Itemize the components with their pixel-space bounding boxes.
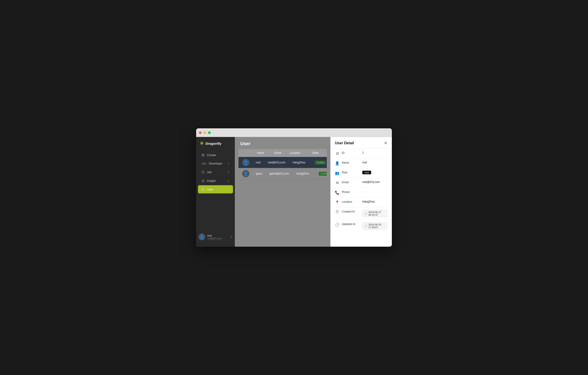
id-label: ID [342,151,360,155]
close-button[interactable]: ✕ [384,141,387,145]
id-value: 1 [362,151,387,154]
created-at-clock-icon: ⏱ [335,210,339,214]
sidebar-user-section: 👤 root root@d7y.com ⇅ [196,231,235,243]
name-label: Name [342,161,360,164]
chevron-down-icon: ∨ [228,171,229,174]
detail-body: ⊟ ID 1 👤 Name root 👥 Role root [330,149,392,232]
chevron-down-icon: ∨ [228,162,229,165]
chevron-down-icon: ∨ [228,179,229,182]
col-avatar [239,151,252,155]
main-header: User [235,137,330,149]
app-name: Dragonfly [205,142,221,146]
row-name: root [252,161,264,164]
detail-row-created-at: ⏱ Created At 🕐 2024-06-17 06:25:37 [330,207,392,220]
sidebar-item-user-label: User [207,188,213,191]
person-icon: 👤 [335,161,339,166]
sidebar-avatar: 👤 [199,233,205,240]
sidebar: ✳ Dragonfly ⊞ Cluster </> Developer ∨ ☑ … [196,137,235,247]
detail-row-phone: 📞 Phone - [330,188,392,198]
phone-label: Phone [342,190,360,194]
table-row[interactable]: 👤 gaius gaius@d7y.com HangZhou Enable [239,168,327,179]
avatar: 👤 [242,159,249,166]
detail-title: User Detail [335,141,354,145]
updated-at-clock-icon: 🕐 [335,223,339,227]
window-body: ✳ Dragonfly ⊞ Cluster </> Developer ∨ ☑ … [196,137,392,247]
row-location: HangZhou [293,172,313,175]
insight-icon: ◎ [202,179,205,183]
person-icon: 👤 [243,160,248,165]
row-avatar-cell: 👤 [239,170,252,177]
name-value: root [362,161,387,164]
row-state: Enable [309,161,327,165]
table-row[interactable]: 👤 root root@d7y.com HangZhou Enable [239,157,327,168]
email-label: Email [342,180,360,184]
detail-row-name: 👤 Name root [330,158,392,168]
expand-arrows-icon[interactable]: ⇅ [230,235,232,239]
col-name: Name [252,151,269,155]
detail-panel: User Detail ✕ ⊟ ID 1 👤 Name root [330,137,392,247]
role-label: Role [342,171,360,174]
location-label: Location [342,200,360,203]
row-state: Enable [313,172,327,176]
sidebar-item-job-label: Job [207,170,212,174]
detail-row-updated-at: 🕐 Updated At 🕐 2024-06-20 17:48:07 [330,220,392,232]
sidebar-email: root@d7y.com [207,237,222,240]
col-state: State [304,151,327,155]
created-at-text: 2024-06-17 06:25:37 [368,211,385,216]
close-button[interactable] [199,131,202,134]
developer-icon: </> [202,162,207,166]
sidebar-item-user[interactable]: ⊙ User [198,185,233,193]
status-badge: Enable [315,161,326,165]
detail-row-location: 📍 Location HangZhou [330,198,392,207]
email-icon: ✉ [335,181,339,185]
status-badge: Enable [319,172,327,176]
role-badge: root [362,171,371,174]
sidebar-item-job[interactable]: ☑ Job ∨ [198,168,233,176]
sidebar-item-insight-label: Insight [207,179,215,182]
created-at-timestamp: 🕐 2024-06-17 06:25:37 [362,210,387,217]
email-value: root@d7y.com [362,180,387,184]
row-email: root@d7y.com [264,161,289,164]
avatar-icon: 👤 [200,235,204,239]
row-name: gaius [252,172,266,175]
sidebar-item-cluster[interactable]: ⊞ Cluster [198,151,233,159]
user-icon: ⊙ [202,187,205,191]
id-icon: ⊟ [335,151,339,156]
app-window: ✳ Dragonfly ⊞ Cluster </> Developer ∨ ☑ … [196,128,392,247]
clock-icon: 🕐 [364,212,368,215]
avatar: 👤 [242,170,249,177]
detail-row-email: ✉ Email root@d7y.com [330,178,392,188]
created-at-value: 🕐 2024-06-17 06:25:37 [362,210,387,217]
created-at-label: Created At [342,210,360,213]
role-value: root [362,171,387,174]
minimize-button[interactable] [203,131,206,134]
cluster-icon: ⊞ [202,153,205,157]
phone-icon: 📞 [335,190,339,195]
sidebar-item-developer[interactable]: </> Developer ∨ [198,159,233,167]
location-icon: 📍 [335,200,339,205]
person-icon: 👤 [243,171,248,176]
col-email: Email [269,151,286,155]
role-icon: 👥 [335,171,339,175]
sidebar-item-developer-label: Developer [209,162,222,165]
sidebar-logo[interactable]: ✳ Dragonfly [196,141,235,151]
sidebar-item-insight[interactable]: ◎ Insight ∨ [198,177,233,185]
col-location: Location [286,151,304,155]
job-icon: ☑ [202,170,205,174]
detail-header: User Detail ✕ [330,137,392,149]
sidebar-item-cluster-label: Cluster [207,153,216,157]
row-avatar-cell: 👤 [239,159,252,166]
titlebar [196,128,392,137]
dragonfly-icon: ✳ [200,141,204,146]
user-table: Name Email Location State 👤 root root@d7… [239,149,327,179]
updated-at-timestamp: 🕐 2024-06-20 17:48:07 [362,222,387,229]
updated-at-value: 🕐 2024-06-20 17:48:07 [362,222,387,229]
maximize-button[interactable] [208,131,211,134]
updated-at-label: Updated At [342,222,360,226]
main-content: User Name Email Location State 👤 [235,137,330,247]
sidebar-user-info: root root@d7y.com [207,234,222,240]
updated-at-text: 2024-06-20 17:48:07 [368,223,385,229]
row-email: gaius@d7y.com [266,172,293,175]
clock-icon: 🕐 [364,225,368,228]
sidebar-username: root [207,234,222,237]
